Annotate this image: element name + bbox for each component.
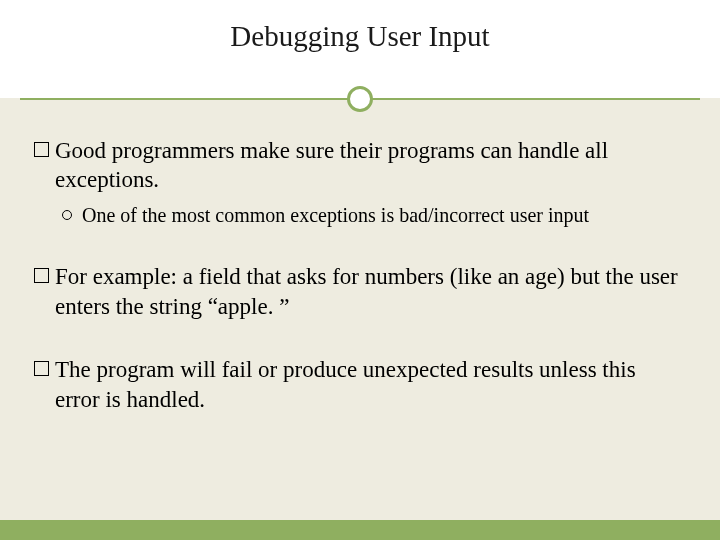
circle-bullet-icon (62, 210, 72, 220)
bullet-block: Good programmers make sure their program… (34, 136, 686, 228)
slide: Debugging User Input Good programmers ma… (0, 0, 720, 540)
slide-title: Debugging User Input (0, 20, 720, 53)
square-bullet-icon (34, 268, 49, 283)
bullet-block: For example: a field that asks for numbe… (34, 262, 686, 321)
bullet-item: For example: a field that asks for numbe… (34, 262, 686, 321)
bullet-text: For example: a field that asks for numbe… (55, 262, 686, 321)
bullet-item: The program will fail or produce unexpec… (34, 355, 686, 414)
bullet-text: The program will fail or produce unexpec… (55, 355, 686, 414)
slide-body: Good programmers make sure their program… (0, 98, 720, 414)
square-bullet-icon (34, 361, 49, 376)
footer-accent-bar (0, 520, 720, 540)
bullet-item: Good programmers make sure their program… (34, 136, 686, 195)
bullet-block: The program will fail or produce unexpec… (34, 355, 686, 414)
sub-bullet-text: One of the most common exceptions is bad… (82, 203, 589, 229)
square-bullet-icon (34, 142, 49, 157)
bullet-text: Good programmers make sure their program… (55, 136, 686, 195)
divider-circle-icon (347, 86, 373, 112)
divider (0, 86, 720, 114)
sub-bullet-item: One of the most common exceptions is bad… (62, 203, 686, 229)
slide-header: Debugging User Input (0, 0, 720, 98)
